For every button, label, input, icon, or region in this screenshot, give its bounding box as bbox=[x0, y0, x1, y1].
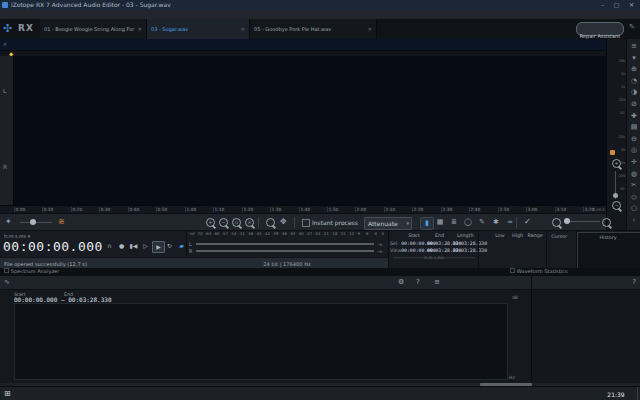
time-selection-tool-icon[interactable]: ▮ bbox=[420, 217, 434, 230]
cut-icon[interactable]: ✂ bbox=[629, 181, 639, 189]
meter-tick: -30 bbox=[297, 232, 303, 236]
stats-help-icon[interactable]: ? bbox=[632, 278, 636, 286]
de-hum-icon[interactable]: ⊘ bbox=[629, 100, 639, 108]
gain-icon[interactable]: ◇ bbox=[629, 193, 639, 201]
file-tab-label: 05 - Goodbye Pork Pie Hat.wav bbox=[254, 26, 365, 32]
zoom-reset-icon[interactable]: × bbox=[245, 218, 254, 227]
readout-value: 00:03:28.330 bbox=[452, 247, 478, 253]
overview-close-icon[interactable]: ✕ bbox=[3, 41, 7, 47]
de-bleed-icon[interactable]: ◎ bbox=[629, 146, 639, 154]
instant-process-checkbox[interactable] bbox=[302, 219, 310, 227]
spectrogram-waveform-blend-icon[interactable]: ≋ bbox=[58, 217, 65, 226]
magic-wand-tool-icon[interactable]: ✱ bbox=[490, 217, 502, 228]
monitor-button[interactable]: ∩ bbox=[104, 241, 115, 251]
tab-close-icon[interactable]: ✕ bbox=[241, 26, 245, 32]
repair-assistant-button[interactable]: Repair Assistant bbox=[576, 22, 624, 36]
overview-canvas[interactable] bbox=[13, 39, 606, 50]
channel-label-left[interactable]: L bbox=[3, 87, 6, 94]
selection-readout: StartEndLengthSel00:00:00.00000:03:28.33… bbox=[390, 231, 478, 257]
time-tick: 2:10 bbox=[384, 207, 395, 212]
hand-tool-icon[interactable]: ✥ bbox=[280, 217, 287, 226]
file-tab-2[interactable]: 05 - Goodbye Pork Pie Hat.wav✕ bbox=[250, 19, 377, 39]
loop-playback-button[interactable]: ↻ bbox=[164, 241, 175, 251]
time-tick: 1:30 bbox=[270, 207, 281, 212]
spectrogram-canvas[interactable] bbox=[13, 56, 606, 205]
meter-label-r: R bbox=[189, 248, 192, 254]
channel-label-right[interactable]: R bbox=[3, 163, 7, 170]
de-ess-icon[interactable]: ⊖ bbox=[629, 135, 639, 143]
spectrogram-blend-marker[interactable] bbox=[610, 150, 615, 155]
zoom-in-horizontal-icon[interactable] bbox=[602, 218, 611, 227]
play-selection-button[interactable]: ▷ bbox=[140, 241, 151, 251]
de-crackle-icon[interactable]: ◑ bbox=[629, 88, 639, 96]
start-button[interactable]: ⊞ bbox=[4, 389, 11, 398]
zoom-in-icon[interactable]: + bbox=[206, 218, 215, 227]
lasso-selection-tool-icon[interactable]: ◯ bbox=[462, 217, 474, 228]
rx-logo-icon: ✣ bbox=[3, 22, 12, 35]
process-mode-dropdown[interactable]: Attenuate ▾ bbox=[364, 217, 412, 230]
frequency-selection-tool-icon[interactable]: ≣ bbox=[448, 217, 460, 228]
spectrum-analyzer-panel: ∿ ⚙ ? ≡ Start End 00:00:00.000 – 00:03:2… bbox=[0, 276, 531, 383]
de-click-icon[interactable]: ⊕ bbox=[629, 65, 639, 73]
blend-slider[interactable] bbox=[20, 222, 52, 223]
frequency-ruler[interactable]: + − 20k5k1k2005020k5k1k20050 bbox=[606, 39, 627, 230]
zoom-selection-icon[interactable]: ▫ bbox=[232, 218, 241, 227]
freq-ruler-label: 5k bbox=[621, 71, 625, 75]
column-header: Start bbox=[401, 233, 427, 239]
tab-close-icon[interactable]: ✕ bbox=[368, 26, 372, 32]
settings-icon[interactable]: ≡ bbox=[434, 278, 440, 286]
file-tab-0[interactable]: 01 - Boogie Woogie String Along For Real… bbox=[40, 19, 147, 39]
close-button[interactable]: ✕ bbox=[625, 0, 638, 10]
record-button[interactable]: ● bbox=[116, 241, 127, 251]
loop-icon[interactable]: ○ bbox=[629, 204, 639, 212]
column-header: Range bbox=[526, 233, 544, 239]
spectrogram-view[interactable]: L R bbox=[0, 56, 606, 205]
horizontal-zoom-knob[interactable] bbox=[564, 218, 570, 224]
navigate-icon[interactable]: ✦ bbox=[5, 217, 12, 226]
instant-gain-tool-icon[interactable]: ≃ bbox=[504, 217, 516, 228]
tab-spectrum-analyzer[interactable]: Spectrum Analyzer bbox=[4, 268, 59, 274]
de-noise-icon[interactable]: ✚ bbox=[629, 112, 639, 120]
apply-check-icon[interactable]: ✓ bbox=[524, 217, 531, 226]
zoom-out-icon[interactable]: − bbox=[219, 218, 228, 227]
clock[interactable]: 21:39 bbox=[600, 391, 632, 398]
rx-logo-text: RX bbox=[18, 23, 34, 33]
pencil-icon[interactable]: ✎ bbox=[629, 23, 635, 31]
help-icon[interactable]: ? bbox=[416, 278, 420, 286]
follow-playhead-button[interactable]: ▰ bbox=[176, 241, 187, 251]
vertical-zoom-knob[interactable] bbox=[613, 193, 618, 198]
brush-selection-tool-icon[interactable]: ✎ bbox=[476, 217, 488, 228]
playhead-time-display[interactable]: 00:00:00.000 bbox=[3, 239, 103, 254]
blend-slider-knob[interactable] bbox=[30, 219, 36, 225]
show-desktop-button[interactable] bbox=[637, 387, 638, 400]
tab-bar: ✣ RX 01 - Boogie Woogie String Along For… bbox=[0, 19, 640, 39]
tab-close-icon[interactable]: ✕ bbox=[138, 26, 142, 32]
meter-scale: -inf-70-63-60-57-54-51-48-45-42-39-36-33… bbox=[188, 232, 386, 240]
instant-process-label[interactable]: Instant process bbox=[312, 219, 358, 226]
de-clip-icon[interactable]: ◔ bbox=[629, 77, 639, 85]
module-menu-icon[interactable]: ≡ bbox=[629, 42, 639, 50]
de-reverb-icon[interactable]: ▤ bbox=[629, 123, 639, 131]
go-to-start-button[interactable]: ▮◀ bbox=[128, 241, 139, 251]
meter-tick: -15 bbox=[339, 232, 345, 236]
tab-waveform-statistics[interactable]: Waveform Statistics bbox=[510, 268, 568, 274]
level-meter-left bbox=[196, 243, 374, 245]
gear-icon[interactable]: ⚙ bbox=[398, 278, 404, 286]
editor-toolbar: ✦ ≋ ✥ Instant process Attenuate ▾ ✓ +−▫×… bbox=[0, 213, 606, 231]
maximize-button[interactable]: ▢ bbox=[610, 0, 623, 10]
magnify-tool-icon[interactable] bbox=[266, 218, 275, 227]
minimize-button[interactable]: – bbox=[596, 0, 609, 10]
mouth-de-click-icon[interactable]: ✛ bbox=[629, 158, 639, 166]
collapse-icon[interactable]: ▾ bbox=[629, 54, 639, 62]
spectral-repair-icon[interactable]: ◍ bbox=[629, 170, 639, 178]
freq-ruler-label: 20k bbox=[618, 58, 625, 62]
file-tab-1[interactable]: 03 - Sugar.wav✕ bbox=[147, 19, 250, 39]
time-format-dropdown[interactable]: h:m:s.ms ▾ bbox=[4, 233, 30, 239]
collapse-left-icon[interactable]: ‹ bbox=[629, 216, 639, 224]
file-tabs: 01 - Boogie Woogie String Along For Real… bbox=[40, 19, 377, 39]
waveform-overview[interactable]: ✕ bbox=[0, 39, 606, 50]
zoom-out-horizontal-icon[interactable] bbox=[552, 218, 561, 227]
column-header: End bbox=[427, 233, 453, 239]
time-frequency-selection-tool-icon[interactable]: ▦ bbox=[434, 217, 446, 228]
spectrum-analyzer-header: ∿ ⚙ ? ≡ bbox=[0, 276, 531, 290]
